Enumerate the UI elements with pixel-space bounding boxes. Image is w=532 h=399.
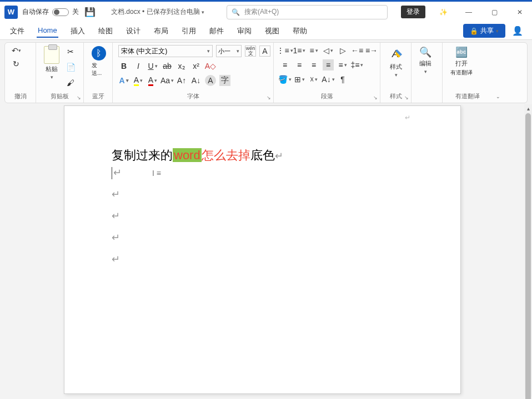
login-button[interactable]: 登录: [401, 6, 425, 18]
font-color-button[interactable]: A: [147, 75, 158, 86]
copy-icon[interactable]: 📄: [65, 62, 76, 73]
tab-home[interactable]: Home: [37, 24, 58, 38]
tab-references[interactable]: 引用: [180, 24, 197, 38]
ribbon: ↶▾ ↻ 撤消 粘贴▾ ✂ 📄 🖌 剪贴板↘ ᛒ 发送... 蓝牙: [4, 42, 528, 103]
superscript-button[interactable]: x²: [190, 60, 202, 72]
phonetic-guide-button[interactable]: wén文: [245, 46, 256, 57]
close-button[interactable]: ✕: [512, 4, 528, 20]
change-case-button[interactable]: Aa: [162, 75, 173, 86]
maximize-button[interactable]: ▢: [486, 4, 502, 20]
asian-layout-button[interactable]: ☓: [308, 74, 319, 85]
text-cursor-icon: [112, 167, 112, 179]
youdao-translate-button[interactable]: 🔤 打开 有道翻译: [448, 45, 475, 78]
borders-button[interactable]: ⊞: [294, 74, 305, 85]
enclose-characters-button[interactable]: A: [205, 75, 216, 86]
autosave-toggle[interactable]: 自动保存 关: [22, 7, 79, 17]
distributed-button[interactable]: ≡: [337, 59, 348, 70]
clipboard-group-label: 剪贴板↘: [42, 92, 78, 102]
justify-button[interactable]: ≡: [323, 59, 334, 70]
highlight-button[interactable]: A: [133, 75, 144, 86]
tab-mailings[interactable]: 邮件: [208, 24, 225, 38]
tab-help[interactable]: 帮助: [292, 24, 308, 38]
title-bar: W 自动保存 关 💾 文档.docx • 已保存到这台电脑 ▾ 🔍 搜索(Alt…: [0, 0, 532, 22]
bullets-button[interactable]: ⋮≡: [279, 45, 290, 56]
bluetooth-group-label: 蓝牙: [89, 92, 107, 102]
numbering-button[interactable]: 1≡: [294, 45, 305, 56]
italic-button[interactable]: I: [133, 60, 144, 72]
grow-font-button[interactable]: A↑: [176, 75, 187, 86]
multilevel-list-button[interactable]: ≡: [308, 45, 319, 56]
align-left-button[interactable]: ≡: [279, 59, 290, 70]
align-right-button[interactable]: ≡: [308, 59, 319, 70]
para-mark-icon: ↵: [112, 113, 410, 123]
text-line[interactable]: 复制过来的word怎么去掉底色↵: [112, 145, 416, 165]
launcher-icon[interactable]: ↘: [77, 95, 81, 100]
redo-button[interactable]: ↻: [11, 58, 22, 69]
increase-indent-button[interactable]: ▷: [337, 45, 348, 56]
format-painter-icon[interactable]: 🖌: [65, 77, 76, 88]
clear-formatting-button[interactable]: A◇: [205, 60, 216, 72]
share-button[interactable]: 🔒 共享 ▾: [463, 24, 505, 38]
toggle-switch-icon[interactable]: [52, 8, 69, 16]
find-icon: 🔍: [419, 46, 431, 58]
search-placeholder: 搜索(Alt+Q): [244, 7, 279, 17]
cut-icon[interactable]: ✂: [65, 46, 76, 57]
tab-design[interactable]: 设计: [125, 24, 142, 38]
search-icon: 🔍: [232, 8, 240, 16]
search-input[interactable]: 🔍 搜索(Alt+Q): [227, 5, 388, 19]
tab-insert[interactable]: 插入: [69, 24, 86, 38]
character-shading-button[interactable]: 字: [219, 75, 230, 86]
decrease-indent-button[interactable]: ◁: [323, 45, 334, 56]
styles-button[interactable]: A 样式▾: [386, 45, 406, 79]
document-title[interactable]: 文档.docx • 已保存到这台电脑 ▾: [111, 7, 204, 17]
styles-group-label: 样式↘: [386, 92, 405, 102]
minimize-button[interactable]: —: [461, 4, 476, 20]
text-cursor-position[interactable]: ↵ I ≡: [112, 165, 416, 181]
strikethrough-button[interactable]: ab: [162, 60, 173, 72]
tab-file[interactable]: 文件: [9, 24, 26, 38]
show-marks-button[interactable]: ¶: [337, 74, 348, 85]
align-center-button[interactable]: ≡: [294, 59, 305, 70]
tab-draw[interactable]: 绘图: [97, 24, 114, 38]
para-mark-icon: ↵: [112, 251, 416, 267]
character-border-button[interactable]: A: [259, 46, 270, 57]
line-spacing-button[interactable]: ‡≡: [352, 59, 363, 70]
tab-review[interactable]: 审阅: [236, 24, 253, 38]
font-size-select[interactable]: 小一▾: [216, 45, 242, 57]
subscript-button[interactable]: x₂: [176, 60, 187, 72]
ribbon-tabs: 文件 Home 插入 绘图 设计 布局 引用 邮件 审阅 视图 帮助 🔒 共享 …: [0, 22, 532, 40]
indent-right-button[interactable]: ≡→: [366, 45, 377, 56]
highlighted-text: word: [173, 148, 202, 162]
launcher-icon[interactable]: ↘: [267, 95, 271, 100]
editing-button[interactable]: 🔍 编辑▾: [417, 45, 434, 75]
indent-left-button[interactable]: ←≡: [352, 45, 363, 56]
autosave-label: 自动保存: [22, 7, 49, 17]
undo-group-label: 撤消: [11, 92, 30, 102]
launcher-icon[interactable]: ↘: [373, 95, 378, 100]
underline-button[interactable]: U: [147, 60, 158, 72]
bold-button[interactable]: B: [118, 60, 129, 72]
launcher-icon[interactable]: ↘: [404, 95, 409, 100]
ribbon-collapse-button[interactable]: ⌄: [496, 94, 500, 99]
scroll-up-icon[interactable]: ▴: [524, 104, 532, 112]
shading-button[interactable]: 🪣: [279, 74, 290, 85]
document-page[interactable]: ↵ 复制过来的word怎么去掉底色↵ ↵ I ≡ ↵ ↵ ↵ ↵: [64, 105, 461, 394]
shrink-font-button[interactable]: A↓: [190, 75, 202, 86]
tab-view[interactable]: 视图: [264, 24, 280, 38]
para-mark-icon: ↵: [112, 208, 416, 224]
sort-button[interactable]: A↓: [323, 74, 334, 85]
scroll-thumb[interactable]: [525, 113, 531, 399]
text-effects-button[interactable]: A: [118, 75, 129, 86]
vertical-scrollbar[interactable]: ▴: [524, 104, 532, 397]
sparkle-icon[interactable]: ✨: [435, 4, 451, 20]
document-content[interactable]: ↵ 复制过来的word怎么去掉底色↵ ↵ I ≡ ↵ ↵ ↵ ↵: [64, 106, 460, 267]
para-mark-icon: ↵: [112, 230, 416, 246]
paste-button[interactable]: 粘贴▾: [42, 45, 62, 81]
save-icon[interactable]: 💾: [84, 7, 96, 17]
word-app-icon: W: [4, 6, 18, 19]
font-name-select[interactable]: 宋体 (中文正文)▾: [118, 45, 213, 57]
bluetooth-send-button[interactable]: ᛒ 发送...: [89, 45, 108, 78]
undo-button[interactable]: ↶▾: [11, 45, 22, 56]
tab-layout[interactable]: 布局: [153, 24, 169, 38]
comments-icon[interactable]: 👤: [512, 26, 523, 36]
